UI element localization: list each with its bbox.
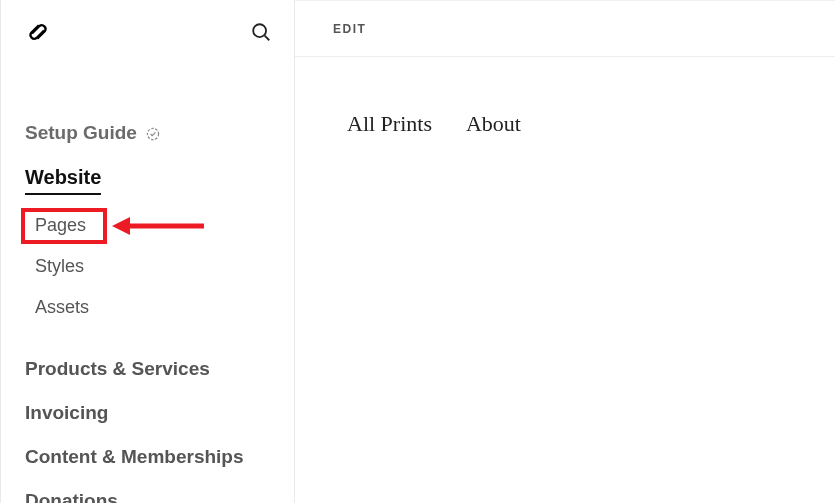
sidebar: Setup Guide Website Pages [0,0,295,503]
sidebar-item-label: Pages [35,215,86,235]
preview-nav-link-about[interactable]: About [466,111,521,137]
sidebar-subitem-pages[interactable]: Pages [25,215,86,236]
sidebar-item-invoicing[interactable]: Invoicing [25,402,294,424]
preview-nav-label: About [466,111,521,136]
search-icon[interactable] [250,21,272,43]
site-preview: All Prints About [295,57,835,137]
sidebar-item-label: Donations [25,490,118,503]
sidebar-item-donations[interactable]: Donations [25,490,294,503]
sidebar-item-label: Styles [35,256,84,276]
sidebar-subitem-assets[interactable]: Assets [25,297,89,318]
preview-nav: All Prints About [347,111,835,137]
svg-point-0 [253,24,266,37]
main-panel: EDIT All Prints About [295,0,835,503]
sidebar-item-label: Website [25,166,101,188]
preview-nav-link-all-prints[interactable]: All Prints [347,111,432,137]
sidebar-item-label: Products & Services [25,358,210,379]
sidebar-section-website: Website Pages Styles Assets [25,166,294,338]
sidebar-item-products-services[interactable]: Products & Services [25,358,294,380]
squarespace-logo-icon[interactable] [23,17,53,47]
sidebar-item-setup-guide[interactable]: Setup Guide [25,122,294,144]
sidebar-item-website[interactable]: Website [25,166,101,195]
sidebar-subitem-styles[interactable]: Styles [25,256,84,277]
sidebar-item-label: Assets [35,297,89,317]
setup-progress-icon [145,122,161,144]
svg-line-1 [265,36,270,41]
preview-nav-label: All Prints [347,111,432,136]
sidebar-nav: Setup Guide Website Pages [1,50,294,503]
sidebar-item-label: Content & Memberships [25,446,244,467]
sidebar-top [1,0,294,50]
sidebar-item-label: Setup Guide [25,122,137,144]
sidebar-item-content-memberships[interactable]: Content & Memberships [25,446,294,468]
edit-mode-label[interactable]: EDIT [333,22,366,36]
sidebar-item-label: Invoicing [25,402,108,423]
main-header: EDIT [295,1,835,57]
app-root: Setup Guide Website Pages [0,0,835,503]
